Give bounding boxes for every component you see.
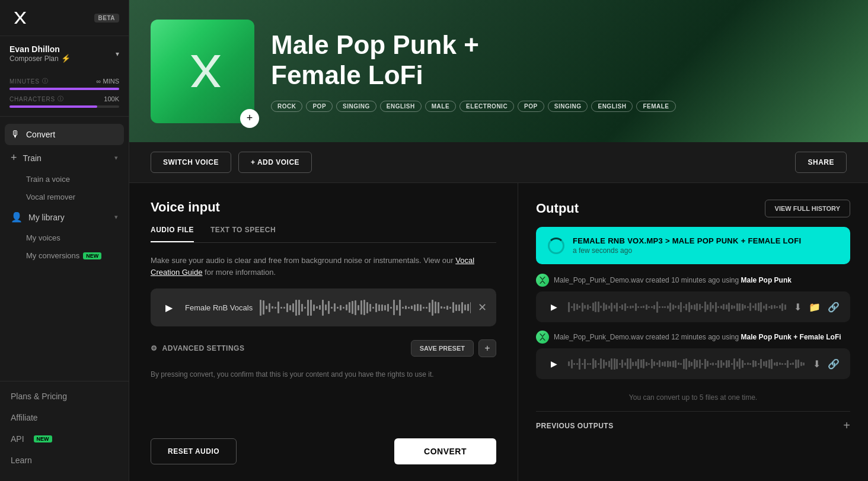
characters-value: 100K [104, 95, 119, 102]
sidebar-item-api[interactable]: API NEW [5, 429, 124, 449]
save-button-1[interactable]: 📁 [808, 300, 822, 314]
tag-english2: ENGLISH [591, 101, 633, 112]
sidebar-item-train-label: Train [23, 153, 42, 163]
tab-text-to-speech[interactable]: TEXT TO SPEECH [210, 226, 276, 242]
switch-voice-button[interactable]: SWITCH VOICE [151, 152, 231, 173]
save-preset-button[interactable]: SAVE PRESET [411, 340, 474, 357]
tag-pop2: POP [518, 101, 544, 112]
download-button-2[interactable]: ⬇ [812, 357, 822, 371]
sidebar-header: BETA [0, 0, 129, 36]
output-player-2: ▶ ⬇ 🔗 [536, 348, 850, 379]
main-content: + Male Pop Punk +Female LoFi ROCK POP SI… [129, 0, 868, 481]
lightning-icon: ⚡ [61, 54, 71, 63]
plus-train-icon: + [11, 152, 17, 164]
audio-remove-button[interactable]: ✕ [478, 301, 487, 314]
sidebar-item-learn[interactable]: Learn [5, 450, 124, 470]
minutes-info-icon[interactable]: ⓘ [42, 77, 49, 85]
hero-banner: + Male Pop Punk +Female LoFi ROCK POP SI… [129, 0, 868, 142]
previous-outputs-title: PREVIOUS OUTPUTS [536, 422, 614, 430]
output-title: Output [536, 201, 579, 216]
minutes-bar-fill [9, 88, 119, 90]
album-art: + [151, 20, 254, 123]
tag-singing2: SINGING [548, 101, 588, 112]
train-voice-label: Train a voice [26, 175, 70, 184]
previous-outputs-expand-button[interactable]: + [843, 419, 850, 432]
output-item-2-desc: Male_Pop_Punk_Demo.wav created 12 minute… [554, 333, 841, 341]
hero-title: Male Pop Punk +Female LoFi [271, 30, 847, 90]
plans-label: Plans & Pricing [11, 392, 67, 401]
add-to-collection-button[interactable]: + [240, 109, 259, 128]
tag-male: MALE [425, 101, 456, 112]
learn-label: Learn [11, 456, 32, 465]
characters-info-icon[interactable]: ⓘ [58, 95, 64, 103]
output-item-1-header: Male_Pop_Punk_Demo.wav created 10 minute… [536, 274, 850, 287]
user-section[interactable]: Evan Dhillon Composer Plan ⚡ ▾ [0, 36, 129, 69]
sidebar-item-convert[interactable]: 🎙 Convert [5, 124, 124, 145]
app-logo [9, 8, 28, 27]
active-output: FEMALE RNB VOX.MP3 > MALE POP PUNK + FEM… [536, 227, 850, 264]
api-label: API [11, 434, 24, 444]
bottom-actions: RESET AUDIO CONVERT [151, 438, 496, 464]
characters-bar-fill [9, 105, 97, 108]
output-item-2-header: Male_Pop_Punk_Demo.wav created 12 minute… [536, 331, 850, 344]
tab-audio-file[interactable]: AUDIO FILE [151, 226, 194, 242]
sidebar-item-my-library-label: My library [28, 213, 65, 222]
affiliate-label: Affiliate [11, 413, 38, 422]
sidebar-item-convert-label: Convert [26, 130, 55, 139]
minutes-value: ∞ MINS [97, 78, 119, 85]
user-chevron-icon[interactable]: ▾ [116, 50, 119, 58]
sidebar-item-train-voice[interactable]: Train a voice [5, 171, 124, 188]
content-area: Voice input AUDIO FILE TEXT TO SPEECH Ma… [129, 183, 868, 481]
minutes-bar-track [9, 88, 119, 90]
voice-input-title: Voice input [151, 200, 496, 215]
previous-outputs-header: PREVIOUS OUTPUTS + [536, 411, 850, 440]
share-button[interactable]: SHARE [795, 152, 847, 173]
tag-pop1: POP [306, 101, 333, 112]
add-voice-button[interactable]: + ADD VOICE [238, 152, 312, 173]
my-conversions-new-badge: NEW [83, 252, 101, 259]
advanced-settings-toggle[interactable]: ⚙ ADVANCED SETTINGS [151, 344, 244, 352]
nav-section: 🎙 Convert + Train ▾ Train a voice Vocal … [0, 117, 129, 381]
voice-input-description: Make sure your audio is clear and free f… [151, 255, 496, 278]
sidebar-item-my-conversions[interactable]: My conversions NEW [5, 247, 124, 264]
share-link-button-2[interactable]: 🔗 [826, 357, 841, 371]
processing-spinner [548, 238, 564, 254]
output-header: Output VIEW FULL HISTORY [536, 200, 850, 217]
share-link-button-1[interactable]: 🔗 [826, 300, 841, 314]
user-name: Evan Dhillon [9, 44, 71, 54]
action-bar: SWITCH VOICE + ADD VOICE SHARE [129, 142, 868, 183]
sidebar-item-my-library[interactable]: 👤 My library ▾ [5, 206, 124, 228]
left-panel: Voice input AUDIO FILE TEXT TO SPEECH Ma… [129, 183, 518, 481]
consent-text: By pressing convert, you confirm that th… [151, 369, 496, 424]
input-tabs: AUDIO FILE TEXT TO SPEECH [151, 226, 496, 243]
output-player-1: ▶ ⬇ 📁 🔗 [536, 291, 850, 322]
sidebar-item-my-voices[interactable]: My voices [5, 229, 124, 246]
sidebar-item-train[interactable]: + Train ▾ [5, 146, 124, 169]
plan-label: Composer Plan [9, 54, 59, 63]
reset-audio-button[interactable]: RESET AUDIO [151, 438, 237, 464]
sidebar-item-vocal-remover[interactable]: Vocal remover [5, 188, 124, 206]
convert-button[interactable]: CONVERT [394, 438, 496, 464]
tag-female: FEMALE [636, 101, 675, 112]
output-item-1-desc: Male_Pop_Punk_Demo.wav created 10 minute… [554, 276, 792, 284]
active-output-info: FEMALE RNB VOX.MP3 > MALE POP PUNK + FEM… [573, 236, 801, 255]
characters-label: CHARACTERS ⓘ [9, 95, 64, 103]
microphone-icon: 🎙 [11, 129, 20, 140]
tag-singing1: SINGING [336, 101, 376, 112]
usage-section: MINUTES ⓘ ∞ MINS CHARACTERS ⓘ 100K [0, 69, 129, 117]
output-play-button-1[interactable]: ▶ [545, 299, 562, 315]
preset-controls: SAVE PRESET + [411, 339, 496, 357]
sidebar-item-affiliate[interactable]: Affiliate [5, 408, 124, 428]
output-play-button-2[interactable]: ▶ [545, 355, 562, 372]
output-waveform-1 [568, 299, 787, 315]
settings-gear-icon: ⚙ [151, 344, 158, 352]
output-avatar-1 [536, 274, 549, 287]
beta-badge: BETA [94, 14, 119, 23]
active-output-name: FEMALE RNB VOX.MP3 > MALE POP PUNK + FEM… [573, 236, 801, 245]
add-preset-button[interactable]: + [478, 339, 496, 357]
view-history-button[interactable]: VIEW FULL HISTORY [765, 200, 850, 217]
audio-play-button[interactable]: ▶ [160, 299, 178, 316]
right-panel: Output VIEW FULL HISTORY FEMALE RNB VOX.… [518, 183, 868, 481]
download-button-1[interactable]: ⬇ [793, 300, 803, 314]
sidebar-item-plans[interactable]: Plans & Pricing [5, 386, 124, 406]
